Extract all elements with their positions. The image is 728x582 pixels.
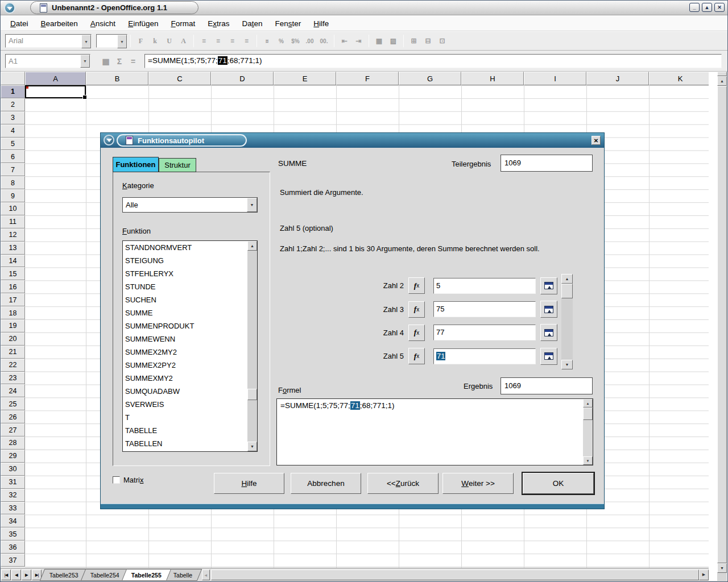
menu-item[interactable]: Datei xyxy=(4,17,35,30)
dialog-close-icon[interactable]: ✕ xyxy=(592,136,601,145)
row-header[interactable]: 22 xyxy=(1,359,25,372)
dialog-button[interactable]: Weiter >> xyxy=(442,473,514,494)
font-name-value[interactable]: Arial xyxy=(6,35,81,47)
argument-input[interactable]: 5 xyxy=(433,278,536,294)
select-all-corner[interactable] xyxy=(1,72,25,85)
formula-input[interactable]: =SUMME(1;5;75;77;71;68;771;1) xyxy=(144,54,722,68)
split-handle[interactable] xyxy=(717,72,727,76)
formula-editor[interactable]: =SUMME(1;5;75;77;71;68;771;1) xyxy=(277,399,583,465)
row-header[interactable]: 16 xyxy=(1,280,25,293)
row-header[interactable]: 8 xyxy=(1,176,25,189)
arguments-scroll-thumb[interactable] xyxy=(561,284,573,298)
function-autopilot-button[interactable]: fx xyxy=(408,277,425,294)
horizontal-scrollbar[interactable]: ▶ xyxy=(211,569,709,580)
formula-scroll-thumb[interactable] xyxy=(583,408,593,420)
formula-scrollbar[interactable]: ▲ ▼ xyxy=(583,399,593,465)
row-header[interactable]: 26 xyxy=(1,410,25,423)
maximize-button[interactable]: ▲ xyxy=(702,3,712,12)
function-autopilot-icon[interactable]: ▦ xyxy=(100,55,112,68)
close-button[interactable]: ✕ xyxy=(714,3,725,12)
row-header[interactable]: 17 xyxy=(1,293,25,306)
row-header[interactable]: 28 xyxy=(1,436,25,450)
column-header[interactable]: C xyxy=(148,72,211,85)
row-header[interactable]: 2 xyxy=(1,98,25,111)
kategorie-dropdown[interactable]: Alle ▼ xyxy=(122,197,258,213)
row-header[interactable]: 10 xyxy=(1,202,25,215)
function-list-item[interactable]: SUMMEX2PY2 xyxy=(123,359,247,372)
function-list-item[interactable]: SUMMEX2MY2 xyxy=(123,346,247,359)
row-header[interactable]: 34 xyxy=(1,514,25,527)
align-right-icon[interactable]: ≡ xyxy=(225,34,239,48)
vertical-scroll-thumb[interactable] xyxy=(717,86,727,563)
row-header[interactable]: 11 xyxy=(1,215,25,228)
bold-icon[interactable]: F xyxy=(134,34,148,48)
column-header[interactable]: G xyxy=(399,72,461,85)
align-center-icon[interactable]: ≡ xyxy=(211,34,225,48)
function-list-item[interactable]: SUMQUADABW xyxy=(123,385,247,398)
row-header[interactable]: 4 xyxy=(1,124,25,138)
column-header[interactable]: J xyxy=(586,72,649,85)
currency-format-icon[interactable]: ¤ xyxy=(260,34,274,48)
row-header[interactable]: 32 xyxy=(1,489,25,502)
column-header[interactable]: I xyxy=(524,72,586,85)
equals-icon[interactable]: = xyxy=(127,55,139,68)
row-header[interactable]: 3 xyxy=(1,111,25,124)
column-header[interactable]: E xyxy=(274,72,336,85)
scroll-down-icon[interactable]: ▼ xyxy=(561,360,573,369)
selected-cell-cursor[interactable] xyxy=(25,85,86,98)
row-header[interactable]: 33 xyxy=(1,502,25,515)
kategorie-value[interactable]: Alle xyxy=(123,198,247,212)
vertical-scrollbar[interactable]: ▲ ▼ xyxy=(717,72,727,573)
scroll-down-icon[interactable]: ▼ xyxy=(717,563,727,573)
dialog-button[interactable]: << Zurück xyxy=(367,473,439,494)
column-header[interactable]: H xyxy=(461,72,524,85)
font-size-value[interactable] xyxy=(97,35,117,47)
menu-item[interactable]: Fenster xyxy=(269,17,308,30)
minimize-button[interactable]: _ xyxy=(689,3,700,12)
function-list-item[interactable]: SUMMENPRODUKT xyxy=(123,319,247,332)
function-list-item[interactable]: STFEHLERYX xyxy=(123,267,247,280)
dialog-titlebar[interactable]: Funktionsautopilot ✕ xyxy=(101,133,604,148)
cell-reference-box[interactable]: A1 ▼ xyxy=(5,54,90,68)
font-name-dropdown-icon[interactable]: ▼ xyxy=(81,35,91,48)
kategorie-dropdown-icon[interactable]: ▼ xyxy=(247,198,257,212)
function-list-item[interactable]: SVERWEIS xyxy=(123,398,247,411)
function-list-item[interactable]: TABELLEN xyxy=(123,437,247,450)
scroll-up-icon[interactable]: ▲ xyxy=(717,76,727,86)
row-header[interactable]: 37 xyxy=(1,554,25,567)
column-header[interactable]: A xyxy=(25,72,86,85)
increase-indent-icon[interactable]: ⇥ xyxy=(351,34,366,48)
function-autopilot-button[interactable]: fx xyxy=(408,301,425,318)
row-header[interactable]: 7 xyxy=(1,163,25,176)
font-color-icon[interactable]: A xyxy=(176,34,191,48)
add-decimal-icon[interactable]: .00 xyxy=(303,34,317,48)
horizontal-scroll-thumb[interactable] xyxy=(211,569,699,580)
scroll-down-icon[interactable]: ▼ xyxy=(583,456,593,465)
argument-input[interactable]: 71 xyxy=(433,348,536,364)
scroll-up-icon[interactable]: ▲ xyxy=(583,399,593,408)
function-autopilot-button[interactable]: fx xyxy=(408,325,425,341)
function-list-scrollbar[interactable]: ▲ ▼ xyxy=(247,241,257,451)
row-header[interactable]: 18 xyxy=(1,306,25,319)
column-header[interactable]: F xyxy=(336,72,399,85)
dialog-menu-button[interactable] xyxy=(104,135,114,146)
shrink-button[interactable] xyxy=(540,301,557,318)
row-header[interactable]: 21 xyxy=(1,346,25,359)
border-icon[interactable]: ▦ xyxy=(372,34,386,48)
menu-item[interactable]: Extras xyxy=(201,17,235,30)
function-list-item[interactable]: T xyxy=(123,411,247,424)
row-header[interactable]: 25 xyxy=(1,397,25,410)
function-list-item[interactable]: TABELLE xyxy=(123,424,247,437)
column-header[interactable]: K xyxy=(649,72,709,85)
row-header[interactable]: 29 xyxy=(1,450,25,463)
tab-scroll-left-icon[interactable]: ◀ xyxy=(202,569,210,580)
function-list-item[interactable]: SUMMEXMY2 xyxy=(123,372,247,385)
scroll-up-icon[interactable]: ▲ xyxy=(247,241,257,251)
row-header[interactable]: 13 xyxy=(1,242,25,255)
align-bottom-icon[interactable]: ⊡ xyxy=(435,34,449,48)
function-list-item[interactable]: STANDNORMVERT xyxy=(123,241,247,254)
remove-decimal-icon[interactable]: 00. xyxy=(317,34,331,48)
row-header[interactable]: 24 xyxy=(1,384,25,397)
row-header[interactable]: 1 xyxy=(1,85,25,98)
row-header[interactable]: 30 xyxy=(1,463,25,476)
